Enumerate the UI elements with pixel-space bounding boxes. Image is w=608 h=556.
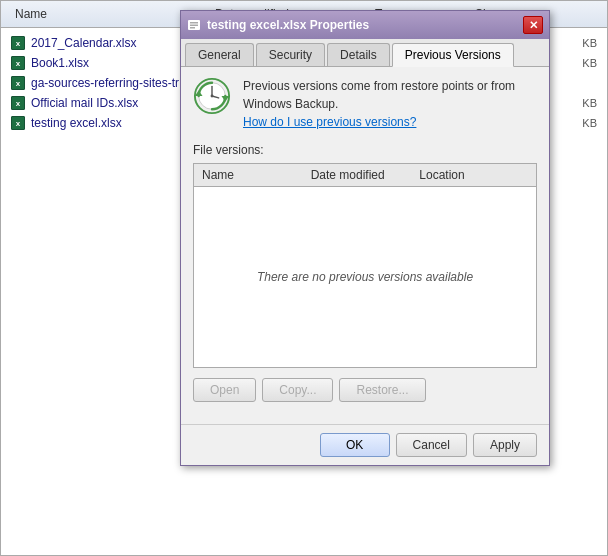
- svg-rect-1: [190, 22, 198, 24]
- copy-button[interactable]: Copy...: [262, 378, 333, 402]
- tab-general[interactable]: General: [185, 43, 254, 66]
- versions-table-body: There are no previous versions available: [194, 187, 536, 367]
- action-buttons: Open Copy... Restore...: [193, 378, 537, 402]
- col-date-modified: Date modified: [311, 168, 420, 182]
- cancel-button[interactable]: Cancel: [396, 433, 467, 457]
- dialog-footer: OK Cancel Apply: [181, 424, 549, 465]
- tabs-row: General Security Details Previous Versio…: [181, 39, 549, 67]
- tab-security[interactable]: Security: [256, 43, 325, 66]
- col-location: Location: [419, 168, 528, 182]
- dialog-title-area: testing excel.xlsx Properties: [187, 18, 369, 32]
- restore-button[interactable]: Restore...: [339, 378, 425, 402]
- ok-button[interactable]: OK: [320, 433, 390, 457]
- close-button[interactable]: ✕: [523, 16, 543, 34]
- tab-content: Previous versions come from restore poin…: [181, 67, 549, 424]
- versions-table: Name Date modified Location There are no…: [193, 163, 537, 368]
- dialog-titlebar: testing excel.xlsx Properties ✕: [181, 11, 549, 39]
- properties-dialog: testing excel.xlsx Properties ✕ General …: [180, 10, 550, 466]
- open-button[interactable]: Open: [193, 378, 256, 402]
- info-link[interactable]: How do I use previous versions?: [243, 115, 416, 129]
- tab-details[interactable]: Details: [327, 43, 390, 66]
- info-description: Previous versions come from restore poin…: [243, 79, 515, 111]
- versions-table-header: Name Date modified Location: [194, 164, 536, 187]
- svg-rect-2: [190, 25, 198, 27]
- info-text-area: Previous versions come from restore poin…: [243, 77, 537, 131]
- clock-icon: [193, 77, 231, 115]
- tab-previous-versions[interactable]: Previous Versions: [392, 43, 514, 67]
- file-versions-label: File versions:: [193, 143, 537, 157]
- col-name: Name: [202, 168, 311, 182]
- dialog-overlay: testing excel.xlsx Properties ✕ General …: [0, 0, 608, 556]
- svg-rect-3: [190, 27, 195, 29]
- apply-button[interactable]: Apply: [473, 433, 537, 457]
- dialog-title: testing excel.xlsx Properties: [207, 18, 369, 32]
- info-section: Previous versions come from restore poin…: [193, 77, 537, 131]
- no-versions-message: There are no previous versions available: [257, 270, 473, 284]
- properties-icon: [187, 18, 201, 32]
- svg-point-8: [211, 95, 214, 98]
- clock-icon-container: [193, 77, 233, 117]
